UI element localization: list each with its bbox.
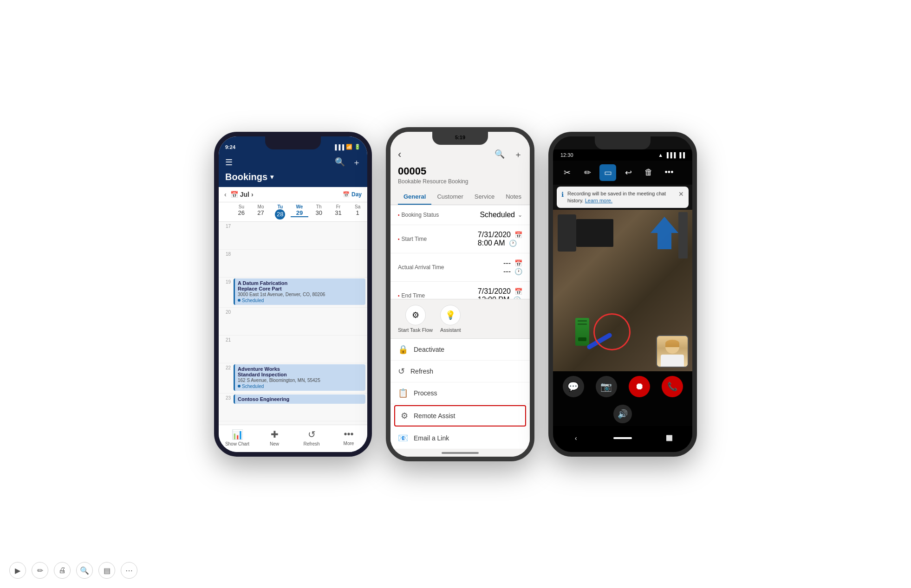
toolbar-more[interactable]: ••• More xyxy=(330,429,367,446)
arrival-time: --- xyxy=(503,267,511,276)
start-task-flow-label: Start Task Flow xyxy=(398,327,433,333)
draw-delete-btn[interactable]: 🗑 xyxy=(640,164,657,181)
arrival-time-row[interactable]: --- 🕐 xyxy=(503,267,522,276)
field-value-booking-status[interactable]: Scheduled ⌄ xyxy=(480,211,522,219)
add-button[interactable]: ＋ xyxy=(514,149,522,160)
cal-nav-left: ‹ 📅 Jul › xyxy=(224,191,254,198)
play-icon-btn[interactable]: ▶ xyxy=(9,562,26,579)
tab-customer[interactable]: Customer xyxy=(431,189,469,205)
new-icon: ✚ xyxy=(271,429,279,440)
record-btn[interactable]: ⏺ xyxy=(629,376,650,397)
notification-close-icon[interactable]: ✕ xyxy=(678,190,684,198)
menu-deactivate[interactable]: 🔒 Deactivate xyxy=(390,339,530,361)
start-task-flow-btn[interactable]: ⚙ Start Task Flow xyxy=(398,305,433,333)
deactivate-icon: 🔒 xyxy=(398,344,408,355)
end-call-btn[interactable]: 📞 xyxy=(662,376,683,397)
phone1-inner: 9:24 ▐▐▐ 📶 🔋 ☰ 🔍 ＋ Bookings xyxy=(219,136,367,452)
nav-square-btn[interactable]: ⬜ xyxy=(661,430,678,446)
show-chart-label: Show Chart xyxy=(225,441,249,446)
share-icon-btn[interactable]: ⋯ xyxy=(121,562,137,579)
draw-undo-btn[interactable]: ↩ xyxy=(620,164,637,181)
event-status-label-2: Scheduled xyxy=(242,384,264,389)
phone3-status-icons: ▲ ▐▐▐ ▐▐ xyxy=(658,152,685,158)
event-datum-fabrication[interactable]: A Datum Fabrication Replace Core Part 30… xyxy=(234,278,365,305)
start-time-row[interactable]: 8:00 AM 🕐 xyxy=(478,239,522,247)
new-label: New xyxy=(270,441,279,446)
draw-more-btn[interactable]: ••• xyxy=(661,164,677,181)
toolbar-new[interactable]: ✚ New xyxy=(256,429,293,446)
menu-process[interactable]: 📋 Process xyxy=(390,382,530,404)
draw-scissors-btn[interactable]: ✂ xyxy=(559,164,575,181)
time-20-content xyxy=(232,308,367,335)
calendar-icon-arrival: 📅 xyxy=(514,259,522,267)
calendar-icon-end: 📅 xyxy=(514,288,522,295)
remote-assist-icon: ⚙ xyxy=(401,411,408,421)
phone2-menu: 🔒 Deactivate ↺ Refresh 📋 Process ⚙ Remot… xyxy=(390,338,530,449)
day-sa[interactable]: Sa 1 xyxy=(348,202,367,221)
booking-status-chevron: ⌄ xyxy=(518,212,522,218)
phone-2-detail: ‹ 🔍 ＋ 5:19 00005 Bookable Resource Booki… xyxy=(386,127,534,461)
day-tu-today[interactable]: Tu 28 xyxy=(270,202,290,221)
phone2-form: •Booking Status Scheduled ⌄ •Start Time … xyxy=(390,205,530,299)
phone3-nav: ‹ ⬜ xyxy=(553,426,692,452)
draw-pen-btn[interactable]: ✏ xyxy=(579,164,596,181)
home-indicator[interactable] xyxy=(613,437,632,439)
toolbar-show-chart[interactable]: 📊 Show Chart xyxy=(219,429,256,446)
notification-banner: ℹ Recording will be saved in the meeting… xyxy=(557,187,689,208)
day-fr[interactable]: Fr 31 xyxy=(329,202,348,221)
list-icon-btn[interactable]: ▤ xyxy=(98,562,115,579)
day-su[interactable]: Su 26 xyxy=(232,202,251,221)
end-time-row[interactable]: 12:00 PM 🕐 xyxy=(478,296,522,299)
tab-general[interactable]: General xyxy=(398,189,431,205)
search-icon[interactable]: 🔍 xyxy=(335,157,345,168)
menu-email-link[interactable]: 📧 Email a Link xyxy=(390,427,530,449)
event-adventure-works[interactable]: Adventure Works Standard Inspection 162 … xyxy=(234,364,365,391)
start-date-row[interactable]: 7/31/2020 📅 xyxy=(478,231,522,239)
arrival-date-row[interactable]: --- 📅 xyxy=(503,259,522,267)
time-19-content: A Datum Fabrication Replace Core Part 30… xyxy=(232,278,367,307)
time-21-content xyxy=(232,336,367,363)
edit-icon-btn[interactable]: ✏ xyxy=(32,562,48,579)
learn-more-link[interactable]: Learn more. xyxy=(585,198,612,203)
event-company-2: Adventure Works xyxy=(238,366,363,372)
assistant-btn[interactable]: 💡 Assistant xyxy=(440,305,461,333)
end-time: 12:00 PM xyxy=(478,296,509,299)
more-label: More xyxy=(344,441,354,446)
volume-btn[interactable]: 🔊 xyxy=(613,405,632,423)
process-icon: 📋 xyxy=(398,388,408,398)
refresh-icon: ↺ xyxy=(308,429,316,440)
day-th[interactable]: Th 30 xyxy=(309,202,329,221)
field-booking-status: •Booking Status Scheduled ⌄ xyxy=(390,205,530,225)
menu-refresh[interactable]: ↺ Refresh xyxy=(390,361,530,382)
hamburger-menu-icon[interactable]: ☰ xyxy=(225,157,233,168)
menu-remote-assist[interactable]: ⚙ Remote Assist xyxy=(394,405,526,426)
time-23: 23 xyxy=(219,394,232,421)
event-contoso[interactable]: Contoso Engineering xyxy=(234,394,365,404)
zoom-icon-btn[interactable]: 🔍 xyxy=(76,562,93,579)
chat-btn[interactable]: 💬 xyxy=(563,376,584,397)
add-icon[interactable]: ＋ xyxy=(352,157,361,168)
draw-rect-btn[interactable]: ▭ xyxy=(599,164,616,181)
camera-btn[interactable]: 📷 xyxy=(596,376,617,397)
tab-service[interactable]: Service xyxy=(469,189,500,205)
day-we-selected[interactable]: We 29 xyxy=(290,202,309,221)
required-dot-end: • xyxy=(398,293,400,298)
cal-day-view-btn[interactable]: 📅 Day xyxy=(343,191,362,198)
event-company-3: Contoso Engineering xyxy=(238,396,363,402)
search-button[interactable]: 🔍 xyxy=(495,149,505,160)
cal-forward-arrow-icon[interactable]: › xyxy=(251,191,254,198)
bookings-chevron-icon[interactable]: ▾ xyxy=(270,173,273,181)
tab-notes[interactable]: Notes xyxy=(500,189,527,205)
toolbar-refresh[interactable]: ↺ Refresh xyxy=(293,429,330,446)
field-label-end-time: •End Time xyxy=(398,292,425,299)
phone1-time: 9:24 xyxy=(225,144,235,150)
scene: 9:24 ▐▐▐ 📶 🔋 ☰ 🔍 ＋ Bookings xyxy=(195,109,716,480)
nav-back-btn[interactable]: ‹ xyxy=(567,430,584,446)
cal-back-arrow-icon[interactable]: ‹ xyxy=(224,191,227,198)
pip-person xyxy=(657,336,688,367)
time-22-content: Adventure Works Standard Inspection 162 … xyxy=(232,363,367,393)
day-mo[interactable]: Mo 27 xyxy=(251,202,271,221)
back-button[interactable]: ‹ xyxy=(398,149,401,161)
end-date-row[interactable]: 7/31/2020 📅 xyxy=(478,287,522,296)
print-icon-btn[interactable]: 🖨 xyxy=(54,562,71,579)
